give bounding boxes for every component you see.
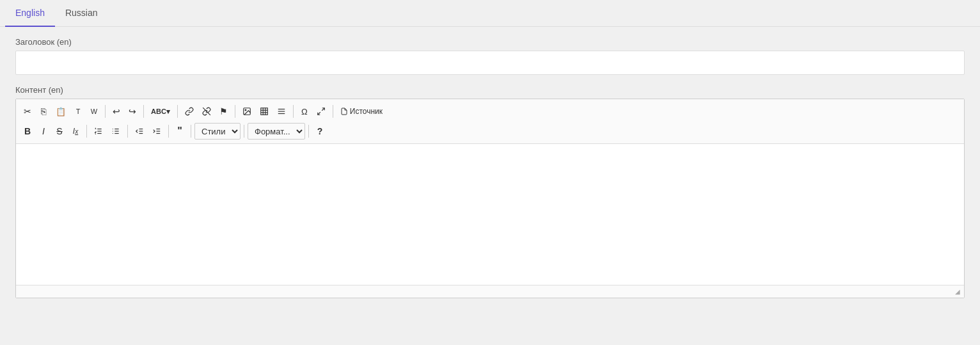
format-dropdown[interactable]: Формат... bbox=[248, 123, 305, 140]
svg-line-11 bbox=[322, 108, 324, 111]
paste-word-button[interactable]: W bbox=[86, 103, 102, 120]
justify-button[interactable] bbox=[273, 103, 290, 120]
sep-4 bbox=[235, 105, 235, 118]
title-label: Заголовок (en) bbox=[15, 37, 965, 47]
page-container: English Russian Заголовок (en) Контент (… bbox=[0, 0, 980, 309]
editor-body[interactable] bbox=[16, 144, 964, 285]
title-input[interactable] bbox=[15, 51, 965, 75]
strikethrough-button[interactable]: S bbox=[52, 123, 67, 140]
sep-2 bbox=[143, 105, 144, 118]
unordered-list-button[interactable] bbox=[107, 123, 124, 140]
sep-5 bbox=[293, 105, 294, 118]
maximize-button[interactable] bbox=[313, 103, 329, 120]
content-label: Контент (en) bbox=[15, 85, 965, 95]
remove-format-button[interactable]: Ix bbox=[68, 123, 83, 140]
cut-button[interactable]: ✂ bbox=[20, 103, 35, 120]
svg-point-20 bbox=[113, 131, 113, 131]
svg-point-21 bbox=[113, 133, 113, 134]
styles-dropdown[interactable]: Стили bbox=[194, 123, 241, 140]
copy-button[interactable]: ⎘ bbox=[36, 103, 51, 120]
italic-button[interactable]: I bbox=[36, 123, 51, 140]
paste-button[interactable]: 📋 bbox=[52, 103, 70, 120]
svg-point-19 bbox=[113, 129, 113, 129]
svg-rect-3 bbox=[261, 108, 268, 115]
special-char-button[interactable]: Ω bbox=[297, 103, 312, 120]
tab-english[interactable]: English bbox=[5, 0, 55, 27]
spellcheck-button[interactable]: ABC▾ bbox=[147, 103, 174, 120]
link-button[interactable] bbox=[181, 103, 198, 120]
svg-line-12 bbox=[318, 112, 320, 115]
unlink-button[interactable] bbox=[198, 103, 215, 120]
redo-button[interactable]: ↪ bbox=[125, 103, 140, 120]
tabs-container: English Russian bbox=[0, 0, 980, 27]
editor-footer: ◢ bbox=[16, 285, 964, 298]
blockquote-button[interactable]: " bbox=[172, 123, 187, 140]
content-area: Заголовок (en) Контент (en) ✂ ⎘ 📋 T W bbox=[0, 27, 980, 309]
help-button[interactable]: ? bbox=[312, 123, 328, 140]
ordered-list-button[interactable] bbox=[90, 123, 107, 140]
toolbar: ✂ ⎘ 📋 T W ↩ ↪ ABC▾ bbox=[16, 99, 964, 144]
bold-button[interactable]: B bbox=[20, 123, 35, 140]
toolbar-row-2: B I S Ix bbox=[20, 122, 960, 141]
sep-12 bbox=[308, 125, 309, 138]
undo-button[interactable]: ↩ bbox=[109, 103, 124, 120]
paste-plain-button[interactable]: T bbox=[70, 103, 86, 120]
svg-point-2 bbox=[245, 109, 246, 111]
anchor-button[interactable]: ⚑ bbox=[216, 103, 232, 120]
outdent-button[interactable] bbox=[131, 123, 148, 140]
toolbar-row-1: ✂ ⎘ 📋 T W ↩ ↪ ABC▾ bbox=[20, 102, 960, 121]
sep-6 bbox=[333, 105, 333, 118]
sep-7 bbox=[86, 125, 87, 138]
rich-text-editor: ✂ ⎘ 📋 T W ↩ ↪ ABC▾ bbox=[15, 99, 965, 298]
indent-button[interactable] bbox=[148, 123, 165, 140]
resize-handle[interactable]: ◢ bbox=[955, 288, 961, 294]
sep-1 bbox=[105, 105, 106, 118]
source-button[interactable]: Источник bbox=[336, 103, 386, 120]
sep-3 bbox=[177, 105, 178, 118]
tab-russian[interactable]: Russian bbox=[55, 0, 108, 27]
table-button[interactable] bbox=[256, 103, 273, 120]
sep-9 bbox=[168, 125, 169, 138]
image-button[interactable] bbox=[239, 103, 255, 120]
sep-10 bbox=[191, 125, 191, 138]
sep-8 bbox=[127, 125, 128, 138]
sep-11 bbox=[244, 125, 244, 138]
